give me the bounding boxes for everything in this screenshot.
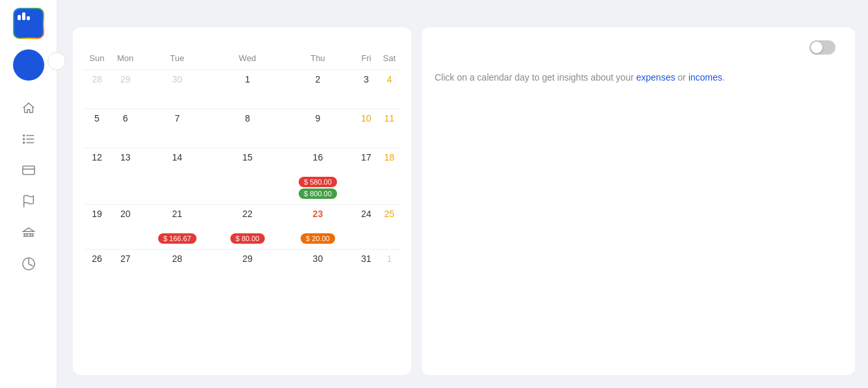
calendar-day[interactable]: 19 [83, 205, 111, 250]
app-logo [13, 8, 44, 39]
sidebar-item-home[interactable] [13, 94, 44, 122]
calendar-day[interactable]: 1 [378, 250, 401, 289]
calendar-day[interactable]: 2 [281, 70, 355, 109]
calendar-day[interactable]: 27 [111, 250, 141, 289]
calendar-day-headers: SunMonTueWedThuFriSat [83, 48, 401, 70]
day-number: 7 [142, 113, 213, 123]
day-number: 15 [215, 152, 280, 162]
calendar-header [83, 38, 401, 40]
day-header-sun: Sun [83, 48, 111, 70]
day-header-tue: Tue [141, 48, 215, 70]
toggle-knob [811, 42, 822, 53]
day-number: 4 [379, 74, 400, 84]
content-row: SunMonTueWedThuFriSat 282930123456789101… [73, 27, 855, 375]
next-month-button[interactable] [255, 38, 265, 40]
calendar-day[interactable]: 21$ 166.67 [141, 205, 215, 250]
sidebar-item-chart[interactable] [13, 250, 44, 278]
day-number: 19 [85, 209, 109, 219]
calendar-week-3: 1213141516$ 580.00$ 800.001718 [83, 148, 401, 205]
day-number: 17 [356, 152, 376, 162]
calendar-day[interactable]: 24 [355, 205, 377, 250]
day-number: 1 [215, 74, 280, 84]
calendar-day[interactable]: 13 [111, 148, 141, 205]
day-number: 2 [282, 74, 354, 84]
day-number: 30 [282, 253, 354, 264]
day-header-sat: Sat [378, 48, 401, 70]
calendar-day[interactable]: 3 [355, 70, 377, 109]
calendar-day[interactable]: 14 [141, 148, 215, 205]
calendar-day[interactable]: 16$ 580.00$ 800.00 [281, 148, 355, 205]
calendar-day[interactable]: 23$ 20.00 [281, 205, 355, 250]
calendar-day[interactable]: 5 [83, 109, 111, 148]
day-header-thu: Thu [281, 48, 355, 70]
day-number: 18 [379, 152, 400, 162]
svg-point-4 [23, 138, 24, 140]
calendar-day[interactable]: 12 [83, 148, 111, 205]
calendar-day[interactable]: 8 [214, 109, 281, 148]
day-number: 11 [379, 113, 400, 123]
calendar-day[interactable]: 22$ 80.00 [214, 205, 281, 250]
calendar-day[interactable]: 20 [111, 205, 141, 250]
only-pending-toggle[interactable] [809, 40, 835, 55]
calendar-day[interactable]: 18 [378, 148, 401, 205]
sidebar-item-list[interactable] [13, 125, 44, 153]
sidebar-item-bank[interactable] [13, 218, 44, 247]
day-header-fri: Fri [355, 48, 377, 70]
svg-point-5 [23, 142, 24, 144]
day-number: 21 [142, 209, 213, 219]
svg-rect-6 [22, 166, 34, 175]
calendar-week-1: 2829301234 [83, 70, 401, 109]
calendar-day[interactable]: 1 [214, 70, 281, 109]
day-number: 13 [112, 152, 139, 162]
calendar-day[interactable]: 17 [355, 148, 377, 205]
calendar-day[interactable]: 26 [83, 250, 111, 289]
calendar-day[interactable]: 15 [214, 148, 281, 205]
calendar-day[interactable]: 10 [355, 109, 377, 148]
calendar-day[interactable]: 29 [111, 70, 141, 109]
day-number: 22 [215, 209, 280, 219]
day-number: 24 [356, 209, 376, 219]
day-number: 28 [142, 253, 213, 264]
calendar-day[interactable]: 11 [378, 109, 401, 148]
day-header-wed: Wed [214, 48, 281, 70]
main-content: SunMonTueWedThuFriSat 282930123456789101… [57, 0, 868, 388]
sidebar-item-card[interactable] [13, 156, 44, 185]
calendar-day[interactable]: 4 [378, 70, 401, 109]
add-button[interactable] [13, 49, 44, 81]
transaction-badge: $ 800.00 [299, 188, 337, 199]
day-number: 1 [379, 253, 400, 264]
day-number: 8 [215, 113, 280, 123]
day-number: 29 [215, 253, 280, 264]
calendar-day[interactable]: 6 [111, 109, 141, 148]
day-number: 31 [356, 253, 376, 264]
prev-month-button[interactable] [219, 38, 229, 40]
day-number: 26 [85, 253, 109, 264]
calendar-day[interactable]: 28 [141, 250, 215, 289]
calendar-day[interactable]: 7 [141, 109, 215, 148]
calendar-week-4: 192021$ 166.6722$ 80.0023$ 20.002425 [83, 205, 401, 250]
expenses-word: expenses [636, 72, 675, 83]
sidebar [0, 0, 57, 388]
svg-point-3 [23, 135, 24, 136]
day-number: 9 [282, 113, 354, 123]
day-number: 16 [282, 152, 354, 162]
details-hint: Click on a calendar day to get insights … [435, 70, 842, 84]
only-pending-row [435, 40, 842, 55]
calendar-day[interactable]: 31 [355, 250, 377, 289]
day-number: 20 [112, 209, 139, 219]
calendar-day[interactable]: 30 [141, 70, 215, 109]
incomes-word: incomes [688, 72, 722, 83]
calendar-day[interactable]: 30 [281, 250, 355, 289]
transaction-badge: $ 580.00 [299, 177, 337, 187]
day-number: 28 [85, 74, 109, 84]
calendar-day[interactable]: 9 [281, 109, 355, 148]
day-number: 3 [356, 74, 376, 84]
calendar-day[interactable]: 29 [214, 250, 281, 289]
collapse-sidebar-button[interactable] [47, 52, 66, 70]
calendar-day[interactable]: 28 [83, 70, 111, 109]
details-panel: Click on a calendar day to get insights … [422, 27, 855, 375]
day-number: 5 [85, 113, 109, 123]
calendar-day[interactable]: 25 [378, 205, 401, 250]
day-number: 14 [142, 152, 213, 162]
sidebar-item-flag[interactable] [13, 187, 44, 216]
